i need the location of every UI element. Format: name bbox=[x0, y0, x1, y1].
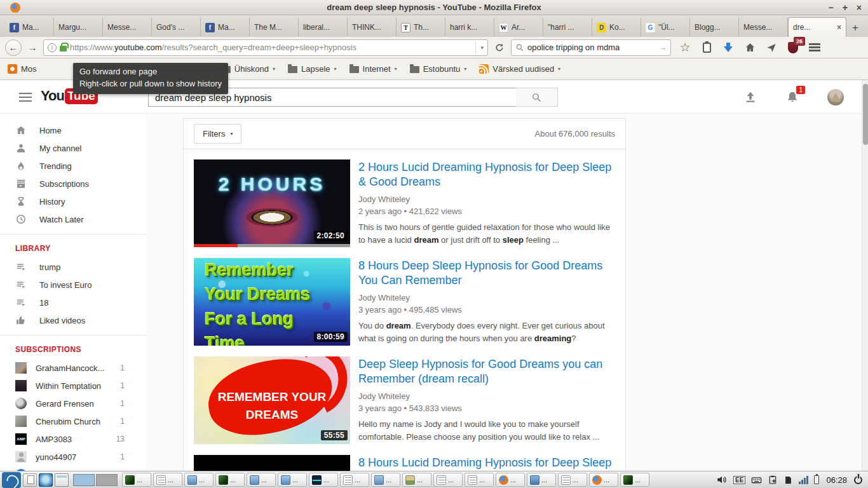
taskbar-window-button[interactable]: ... bbox=[589, 473, 618, 487]
browser-tab[interactable]: God's ... bbox=[152, 18, 201, 37]
taskbar-window-button[interactable]: ... bbox=[153, 473, 182, 487]
bookmark-item[interactable]: Lapsele ▾ bbox=[288, 64, 337, 74]
taskbar-window-button[interactable]: ... bbox=[184, 473, 214, 487]
sidebar-item[interactable]: Watch Later bbox=[0, 210, 146, 228]
taskbar-window-button[interactable]: ... bbox=[309, 473, 338, 487]
browser-tab[interactable]: Messe... bbox=[739, 18, 788, 37]
video-thumbnail[interactable] bbox=[194, 455, 350, 471]
web-search-value[interactable]: opolice tripping on mdma bbox=[527, 43, 655, 52]
taskbar-window-button[interactable]: ... bbox=[215, 473, 245, 487]
browser-tab[interactable]: T Th... bbox=[397, 18, 445, 37]
search-go-icon[interactable]: → bbox=[658, 43, 667, 52]
url-bar[interactable]: i https://www.youtube.com/results?search… bbox=[43, 39, 488, 56]
workspace-1[interactable] bbox=[73, 474, 95, 486]
browser-tab[interactable]: W Ar... bbox=[494, 18, 543, 37]
new-tab-button[interactable]: + bbox=[846, 19, 864, 37]
taskbar-window-button[interactable]: ... bbox=[465, 473, 494, 487]
subscription-item[interactable]: AMP AMP3083 13 bbox=[0, 430, 146, 448]
forward-button[interactable]: → bbox=[25, 41, 39, 55]
browser-tab[interactable]: D Ko... bbox=[592, 18, 641, 37]
battery-icon[interactable] bbox=[814, 475, 819, 484]
power-icon[interactable] bbox=[854, 476, 862, 484]
volume-icon[interactable] bbox=[716, 474, 728, 485]
subscription-item[interactable]: yuno44907 1 bbox=[0, 448, 146, 466]
video-title-link[interactable]: 8 Hours Lucid Dreaming Hypnosis for Deep… bbox=[358, 456, 615, 471]
taskbar-window-button[interactable]: ... bbox=[496, 473, 525, 487]
bookmark-star-icon[interactable]: ☆ bbox=[679, 41, 691, 54]
tab-close-icon[interactable]: × bbox=[837, 23, 841, 32]
file-manager-icon[interactable] bbox=[23, 473, 37, 487]
video-title-link[interactable]: Deep Sleep Hypnosis for Good Dreams you … bbox=[358, 357, 615, 387]
subscription-item[interactable]: TM Top Media bbox=[0, 466, 146, 471]
taskbar-window-button[interactable]: ... bbox=[527, 473, 556, 487]
video-thumbnail[interactable]: REMEMBER YOUR DREAMS 55:55 bbox=[194, 356, 350, 444]
bookmark-item[interactable]: Ühiskond ▾ bbox=[221, 64, 275, 74]
reload-button[interactable] bbox=[492, 40, 507, 55]
workspace-2[interactable] bbox=[96, 474, 118, 486]
menu-icon[interactable] bbox=[808, 41, 821, 54]
page-scrollbar[interactable] bbox=[862, 80, 868, 471]
browser-tab[interactable]: G "Ül... bbox=[641, 18, 690, 37]
notifications-bell-icon[interactable]: 1 bbox=[785, 90, 799, 104]
sidebar-item[interactable]: My channel bbox=[0, 139, 146, 157]
page-info-icon[interactable]: i bbox=[48, 43, 57, 52]
send-tab-icon[interactable] bbox=[765, 41, 778, 54]
upload-icon[interactable] bbox=[743, 90, 757, 104]
home-button-icon[interactable] bbox=[743, 41, 756, 54]
taskbar-window-button[interactable]: ... bbox=[433, 473, 463, 487]
video-title-link[interactable]: 8 Hours Deep Sleep Hypnosis for Good Dre… bbox=[358, 259, 615, 288]
web-search-bar[interactable]: opolice tripping on mdma → bbox=[511, 39, 671, 56]
subscription-item[interactable]: Cherubim Church 1 bbox=[0, 412, 146, 430]
show-desktop-icon[interactable] bbox=[55, 473, 69, 487]
keyboard-icon[interactable] bbox=[751, 475, 762, 485]
video-thumbnail[interactable]: Remember Your Dreams For a Long Time 8:0… bbox=[194, 258, 350, 346]
bookmark-item[interactable]: Estobuntu ▾ bbox=[410, 64, 467, 74]
video-thumbnail[interactable]: 2 HOURS 2:02:50 bbox=[194, 159, 350, 247]
sidebar-playlist-item[interactable]: Liked videos bbox=[0, 311, 146, 329]
taskbar-window-button[interactable]: ... bbox=[371, 473, 400, 487]
video-title-link[interactable]: 2 Hours Lucid Dreaming Hypnosis for Deep… bbox=[358, 160, 615, 190]
bookmark-item[interactable]: Mos bbox=[8, 64, 37, 74]
notes-icon[interactable] bbox=[783, 475, 793, 485]
channel-name-link[interactable]: Jody Whiteley bbox=[358, 292, 615, 304]
browser-tab[interactable]: THINK... bbox=[348, 18, 397, 37]
taskbar-window-button[interactable]: ... bbox=[558, 473, 587, 487]
network-browser-icon[interactable] bbox=[39, 473, 53, 487]
scrollbar-thumb[interactable] bbox=[863, 84, 868, 145]
browser-tab[interactable]: The M... bbox=[250, 18, 299, 37]
channel-name-link[interactable]: Jody Whiteley bbox=[358, 390, 615, 403]
youtube-search-button[interactable] bbox=[516, 88, 558, 107]
sidebar-playlist-item[interactable]: To invest Euro bbox=[0, 276, 146, 294]
taskbar-window-button[interactable]: ... bbox=[122, 473, 151, 487]
browser-tab[interactable]: f Ma... bbox=[201, 18, 250, 37]
adblock-icon[interactable]: 26 bbox=[787, 41, 799, 54]
account-avatar[interactable] bbox=[827, 89, 844, 105]
sidebar-playlist-item[interactable]: 18 bbox=[0, 294, 146, 311]
keyboard-layout-indicator[interactable]: EE bbox=[733, 476, 745, 484]
bookmarks-sidebar-icon[interactable] bbox=[700, 41, 713, 54]
taskbar-window-button[interactable]: ... bbox=[247, 473, 276, 487]
subscription-item[interactable]: Within Temptation 1 bbox=[0, 377, 146, 395]
downloads-icon[interactable] bbox=[722, 41, 735, 54]
filters-button[interactable]: Filters ▾ bbox=[194, 124, 241, 144]
sidebar-playlist-item[interactable]: trump bbox=[0, 258, 146, 276]
sidebar-item[interactable]: Home bbox=[0, 121, 146, 139]
sidebar-item[interactable]: Subscriptions bbox=[0, 175, 146, 193]
browser-tab[interactable]: f Ma... bbox=[5, 18, 54, 37]
search-engine-icon[interactable] bbox=[515, 43, 524, 52]
browser-tab[interactable]: dre... × bbox=[788, 17, 846, 37]
browser-tab[interactable]: Messe... bbox=[103, 18, 152, 37]
taskbar-window-button[interactable]: ... bbox=[278, 473, 307, 487]
app-launcher-icon[interactable] bbox=[2, 472, 21, 488]
sidebar-item[interactable]: History bbox=[0, 193, 146, 210]
browser-tab[interactable]: Blogg... bbox=[690, 18, 739, 37]
taskbar-window-button[interactable]: ... bbox=[402, 473, 431, 487]
subscription-item[interactable]: Gerard Frensen 1 bbox=[0, 395, 146, 412]
maximize-button[interactable]: + bbox=[843, 3, 848, 13]
bookmark-item[interactable]: Internet ▾ bbox=[349, 64, 397, 74]
channel-name-link[interactable]: Jody Whiteley bbox=[358, 193, 615, 206]
browser-tab[interactable]: "harri ... bbox=[543, 18, 592, 37]
back-button[interactable]: ← bbox=[5, 39, 22, 56]
url-text[interactable]: https://www.youtube.com/results?search_q… bbox=[70, 43, 472, 52]
subscription-item[interactable]: GrahamHancock... 1 bbox=[0, 359, 146, 377]
